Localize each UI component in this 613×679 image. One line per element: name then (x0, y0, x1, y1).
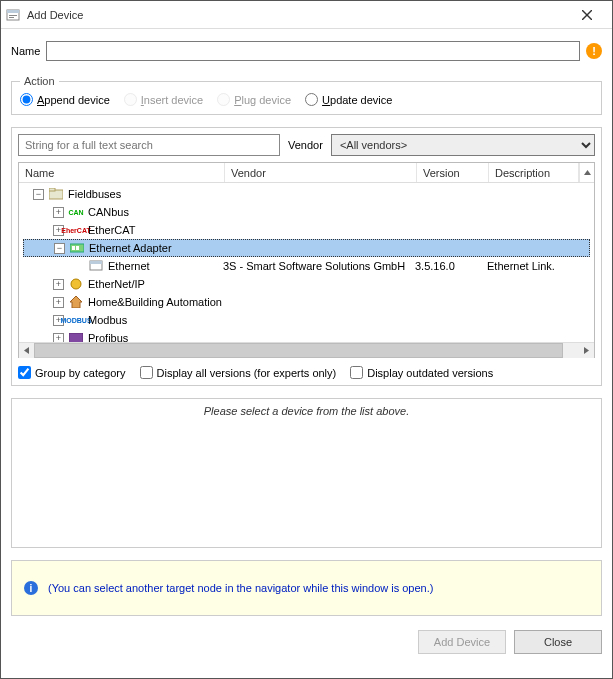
vendor-label: Vendor (288, 139, 323, 151)
close-button[interactable]: Close (514, 630, 602, 654)
ethadp-icon (69, 242, 85, 255)
close-icon (582, 10, 592, 20)
svg-rect-13 (90, 261, 102, 264)
tree-item-label: Fieldbuses (68, 188, 121, 200)
app-icon (5, 7, 21, 23)
vendor-select[interactable]: <All vendors> (331, 134, 595, 156)
details-panel: Please select a device from the list abo… (11, 398, 602, 548)
name-label: Name (11, 45, 40, 57)
scroll-left-icon[interactable] (19, 343, 34, 358)
tree-item-label: Modbus (88, 314, 127, 326)
check-display-all-versions[interactable]: Display all versions (for experts only) (140, 366, 337, 379)
device-icon (88, 260, 104, 273)
svg-rect-3 (9, 17, 14, 18)
warning-icon: ! (586, 43, 602, 59)
tree-item-label: EtherNet/IP (88, 278, 145, 290)
name-input[interactable] (46, 41, 580, 61)
collapse-icon[interactable]: − (33, 189, 44, 200)
folder-icon (48, 188, 64, 201)
svg-rect-16 (69, 333, 83, 342)
tree-item-label: Home&Building Automation (88, 296, 222, 308)
hint-text: (You can select another target node in t… (48, 582, 433, 594)
svg-rect-10 (72, 246, 75, 250)
expand-icon[interactable]: + (53, 207, 64, 218)
check-group-by-category[interactable]: Group by category (18, 366, 126, 379)
device-tree: Name Vendor Version Description −Fieldbu… (18, 162, 595, 358)
close-window-button[interactable] (566, 3, 608, 27)
svg-marker-6 (584, 170, 591, 175)
radio-append[interactable]: Append device (20, 93, 110, 106)
tree-item-label: EtherCAT (88, 224, 135, 236)
expand-icon[interactable]: + (53, 333, 64, 343)
col-name[interactable]: Name (19, 163, 225, 182)
add-device-dialog: Add Device Name ! Action Append device I… (0, 0, 613, 679)
svg-rect-11 (76, 246, 79, 250)
profibus-icon (68, 332, 84, 343)
tree-item-label: Ethernet Adapter (89, 242, 172, 254)
scroll-right-icon[interactable] (579, 343, 594, 358)
device-filter-box: Vendor <All vendors> Name Vendor Version… (11, 127, 602, 386)
hint-panel: i (You can select another target node in… (11, 560, 602, 616)
tree-item-label: CANbus (88, 206, 129, 218)
tree-row[interactable]: +EherCATEtherCAT (23, 221, 590, 239)
action-legend: Action (20, 75, 59, 87)
radio-insert: Insert device (124, 93, 203, 106)
col-desc[interactable]: Description (489, 163, 579, 182)
scroll-up-icon[interactable] (579, 163, 594, 182)
svg-rect-2 (9, 15, 17, 16)
svg-rect-8 (49, 188, 55, 191)
tree-item-label: Profibus (88, 332, 128, 342)
col-vendor[interactable]: Vendor (225, 163, 417, 182)
tree-row[interactable]: −Fieldbuses (23, 185, 590, 203)
svg-marker-17 (24, 347, 29, 354)
add-device-button: Add Device (418, 630, 506, 654)
info-icon: i (24, 581, 38, 595)
radio-update[interactable]: Update device (305, 93, 392, 106)
radio-plug: Plug device (217, 93, 291, 106)
tree-row[interactable]: +Home&Building Automation (23, 293, 590, 311)
modbus-icon: MODBUS (68, 314, 84, 327)
tree-row[interactable]: +MODBUSModbus (23, 311, 590, 329)
expand-icon[interactable]: + (53, 297, 64, 308)
svg-marker-15 (70, 296, 82, 308)
tree-row[interactable]: +CANCANbus (23, 203, 590, 221)
details-message: Please select a device from the list abo… (16, 405, 597, 417)
horizontal-scrollbar[interactable] (19, 342, 594, 357)
ethercat-icon: EherCAT (68, 224, 84, 237)
check-display-outdated[interactable]: Display outdated versions (350, 366, 493, 379)
enetip-icon (68, 278, 84, 291)
tree-item-label: Ethernet (108, 260, 150, 272)
tree-row[interactable]: +EtherNet/IP (23, 275, 590, 293)
svg-marker-18 (584, 347, 589, 354)
svg-point-14 (71, 279, 81, 289)
home-icon (68, 296, 84, 309)
action-group: Action Append device Insert device Plug … (11, 75, 602, 115)
titlebar: Add Device (1, 1, 612, 29)
collapse-icon[interactable]: − (54, 243, 65, 254)
can-icon: CAN (68, 206, 84, 219)
tree-row[interactable]: Ethernet3S - Smart Software Solutions Gm… (23, 257, 590, 275)
search-input[interactable] (18, 134, 280, 156)
tree-row-selected[interactable]: −Ethernet Adapter (23, 239, 590, 257)
col-version[interactable]: Version (417, 163, 489, 182)
window-title: Add Device (27, 9, 566, 21)
svg-rect-1 (7, 10, 19, 13)
tree-row[interactable]: +Profibus (23, 329, 590, 342)
expand-icon[interactable]: + (53, 279, 64, 290)
